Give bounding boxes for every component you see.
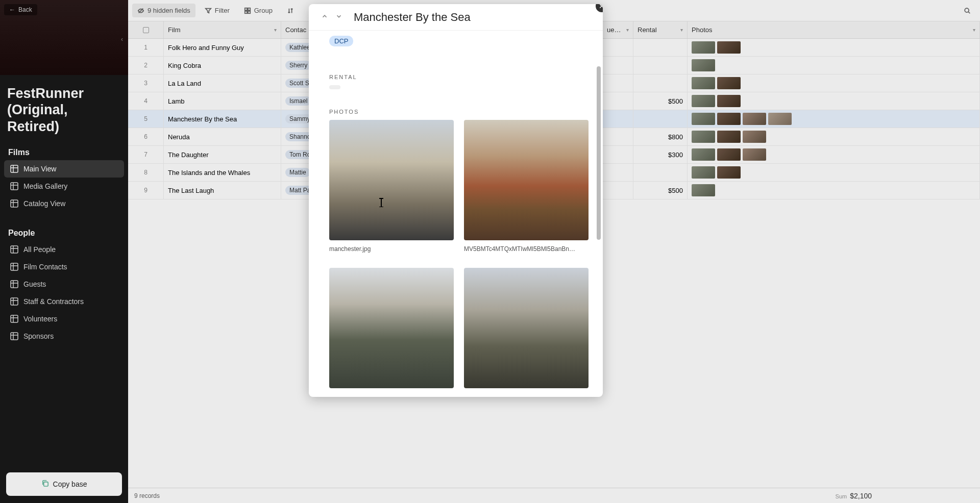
photo-filename: manchester.jpg [329,245,454,253]
modal-scrollbar[interactable] [597,37,601,391]
modal-body[interactable]: DCP RENTAL PHOTOS manchester.jpg MV5BMTc… [309,31,603,397]
photo-filename: MV5BMTc4MTQxMTIwMl5BMl5BanBn… [464,245,589,253]
photo-thumbnail[interactable] [464,120,589,240]
photo-thumbnail[interactable] [464,268,589,388]
prev-record-button[interactable] [319,12,330,23]
photo-tile[interactable] [329,268,454,393]
scrollbar-thumb[interactable] [597,66,601,240]
record-modal: ✕ Manchester By the Sea DCP RENTAL PHOTO… [309,4,603,397]
modal-overlay[interactable]: ✕ Manchester By the Sea DCP RENTAL PHOTO… [0,0,980,503]
photo-tile[interactable]: manchester.jpg [329,120,454,253]
modal-header: Manchester By the Sea [309,4,603,31]
photo-tile[interactable] [464,268,589,393]
rental-field-value[interactable] [329,85,340,89]
format-tag[interactable]: DCP [329,36,353,46]
photo-thumbnail[interactable] [329,268,454,388]
photo-thumbnail[interactable] [329,120,454,240]
close-icon: ✕ [599,4,603,10]
rental-field-label: RENTAL [329,74,589,80]
photo-tile[interactable]: MV5BMTc4MTQxMTIwMl5BMl5BanBn… [464,120,589,253]
next-record-button[interactable] [333,12,345,23]
modal-title: Manchester By the Sea [354,11,471,24]
photos-field-label: PHOTOS [329,109,589,115]
text-cursor-icon [378,198,384,207]
photos-grid: manchester.jpg MV5BMTc4MTQxMTIwMl5BMl5Ba… [329,120,589,393]
